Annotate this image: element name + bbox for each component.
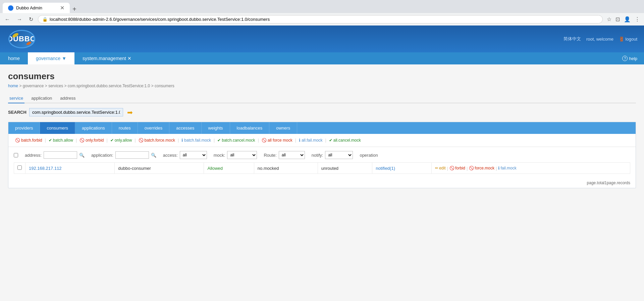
panel-tab-consumers[interactable]: consumers <box>40 122 75 134</box>
select-all-checkbox[interactable] <box>14 153 18 157</box>
row-address-link[interactable]: 192.168.217.112 <box>29 166 62 171</box>
user-welcome: root, welcome <box>586 37 613 42</box>
row-checkbox-cell <box>14 163 25 174</box>
access-filter-label: access: <box>163 153 178 158</box>
bookmark-icon[interactable]: ☆ <box>605 15 613 23</box>
panel-tab-weights[interactable]: weights <box>202 122 230 134</box>
address-filter-label: address: <box>25 153 42 158</box>
nav-system-management[interactable]: system.management ✕ <box>74 52 140 64</box>
filter-tab-application[interactable]: application <box>30 94 53 103</box>
filter-tabs: service application address <box>8 94 636 103</box>
browser-tabs: Dubbo Admin ✕ + <box>3 3 641 13</box>
action-row: 🚫 batch.forbid | ✔ batch.allow | 🚫 only.… <box>8 134 636 147</box>
edit-icon: ✏ <box>435 166 438 170</box>
row-checkbox[interactable] <box>17 165 22 170</box>
batch-allow-btn[interactable]: ✔ batch.allow <box>47 137 74 143</box>
url-input[interactable] <box>50 17 598 22</box>
mock-filter-select[interactable]: all force.mock fail.mock no.mock <box>227 151 257 159</box>
panel-tab-providers[interactable]: providers <box>8 122 40 134</box>
row-route-cell: unrouted <box>318 163 372 174</box>
tab-close-button[interactable]: ✕ <box>60 5 64 11</box>
force-mock-op-btn[interactable]: 🚫 force.mock <box>469 166 494 170</box>
operation-filter-group: operation <box>360 153 378 158</box>
application-search-icon[interactable]: 🔍 <box>151 153 156 158</box>
breadcrumb-home[interactable]: home <box>8 84 18 88</box>
panel-tab-routes[interactable]: routes <box>112 122 138 134</box>
fail-mock-op-btn[interactable]: ℹ fail.mock <box>498 166 516 170</box>
row-access: Allowed <box>207 166 223 171</box>
menu-icon[interactable]: ⋮ <box>633 15 641 23</box>
only-forbid-btn[interactable]: 🚫 only.forbid <box>78 137 105 143</box>
application-filter-label: application: <box>91 153 113 158</box>
batch-cancel-mock-btn[interactable]: ✔ batch.cancel.mock <box>216 137 256 143</box>
access-filter-group: access: all allowed forbidden <box>163 151 207 159</box>
search-button[interactable]: ➡ <box>126 108 134 116</box>
route-filter-label: Route: <box>264 153 276 158</box>
search-input[interactable] <box>29 108 123 116</box>
row-application-cell: dubbo-consumer <box>115 163 204 174</box>
app-header: DUBBO 简体中文 root, welcome 🚪 logout <box>0 26 644 52</box>
row-notify-link[interactable]: notified(1) <box>376 166 395 171</box>
address-search-icon[interactable]: 🔍 <box>79 153 85 158</box>
notify-filter-select[interactable]: all notified unnotified <box>325 151 353 159</box>
nav-help[interactable]: ? help <box>615 52 644 64</box>
batch-cancel-mock-icon: ✔ <box>217 138 221 143</box>
logout-link[interactable]: 🚪 logout <box>619 37 637 42</box>
breadcrumb-services: services <box>48 84 63 88</box>
breadcrumb-service-name: com.springboot.dubbo.service.TestService… <box>68 84 150 88</box>
route-filter-select[interactable]: all routed unrouted <box>279 151 305 159</box>
new-tab-button[interactable]: + <box>70 5 79 13</box>
lang-link[interactable]: 简体中文 <box>564 36 581 42</box>
address-filter-input[interactable] <box>44 151 77 159</box>
forward-button[interactable]: → <box>15 16 24 23</box>
logo-text: DUBBO <box>8 35 35 43</box>
panel-tab-applications[interactable]: applications <box>75 122 112 134</box>
extend-icon[interactable]: ⊡ <box>614 15 621 23</box>
panel-tab-accesses[interactable]: accesses <box>169 122 201 134</box>
data-table: 192.168.217.112 dubbo-consumer Allowed n… <box>14 162 630 174</box>
panel-tab-loadbalances[interactable]: loadbalances <box>230 122 270 134</box>
mock-filter-label: mock: <box>214 153 225 158</box>
all-cancel-mock-btn[interactable]: ✔ all.cancel.mock <box>328 137 362 143</box>
panel-tab-overrides[interactable]: overrides <box>138 122 169 134</box>
dubbo-logo: DUBBO <box>7 29 37 49</box>
panel-tab-owners[interactable]: owners <box>269 122 297 134</box>
help-circle-icon: ? <box>622 56 628 61</box>
logo-oval: DUBBO <box>8 30 35 48</box>
tab-favicon <box>8 5 13 11</box>
account-icon[interactable]: 👤 <box>623 15 632 23</box>
all-fail-mock-btn[interactable]: ℹ all.fail.mock <box>298 137 324 143</box>
search-label: SEARCH <box>8 110 26 115</box>
main-nav: home governance ▼ system.management ✕ ? … <box>0 52 644 64</box>
application-filter-group: application: 🔍 <box>91 151 156 159</box>
batch-allow-icon: ✔ <box>49 138 52 143</box>
only-allow-btn[interactable]: ✔ only.allow <box>109 137 133 143</box>
batch-forbid-btn[interactable]: 🚫 batch.forbid <box>14 137 44 143</box>
fail-mock-op-icon: ℹ <box>498 166 500 170</box>
only-forbid-icon: 🚫 <box>79 138 85 143</box>
nav-governance[interactable]: governance ▼ <box>28 52 74 64</box>
only-allow-icon: ✔ <box>110 138 114 143</box>
batch-force-mock-btn[interactable]: 🚫 batch.force.mock <box>137 137 176 143</box>
page-info: page.total1page.records <box>8 178 636 188</box>
breadcrumb-governance: governance <box>23 84 44 88</box>
forbid-op-btn[interactable]: 🚫 forbid <box>449 166 465 170</box>
filter-tab-service[interactable]: service <box>8 94 24 103</box>
refresh-button[interactable]: ↻ <box>27 15 35 23</box>
browser-tab-active[interactable]: Dubbo Admin ✕ <box>3 3 70 13</box>
edit-op-btn[interactable]: ✏ edit <box>435 166 445 170</box>
batch-force-mock-icon: 🚫 <box>139 138 144 143</box>
browser-controls: ← → ↻ 🔒 ☆ ⊡ 👤 ⋮ <box>0 13 644 26</box>
back-button[interactable]: ← <box>3 16 12 23</box>
all-force-mock-btn[interactable]: 🚫 all force mock <box>260 137 294 143</box>
application-filter-input[interactable] <box>115 151 149 159</box>
nav-system-dropdown-icon: ✕ <box>127 56 131 61</box>
all-force-mock-icon: 🚫 <box>262 138 267 143</box>
search-row: SEARCH ➡ <box>8 108 636 116</box>
filter-tab-address[interactable]: address <box>59 94 77 103</box>
batch-forbid-icon: 🚫 <box>15 138 20 143</box>
route-filter-group: Route: all routed unrouted <box>264 151 305 159</box>
access-filter-select[interactable]: all allowed forbidden <box>180 151 207 159</box>
batch-fail-mock-btn[interactable]: ℹ batch.fail.mock <box>180 137 212 143</box>
nav-home[interactable]: home <box>0 52 28 64</box>
